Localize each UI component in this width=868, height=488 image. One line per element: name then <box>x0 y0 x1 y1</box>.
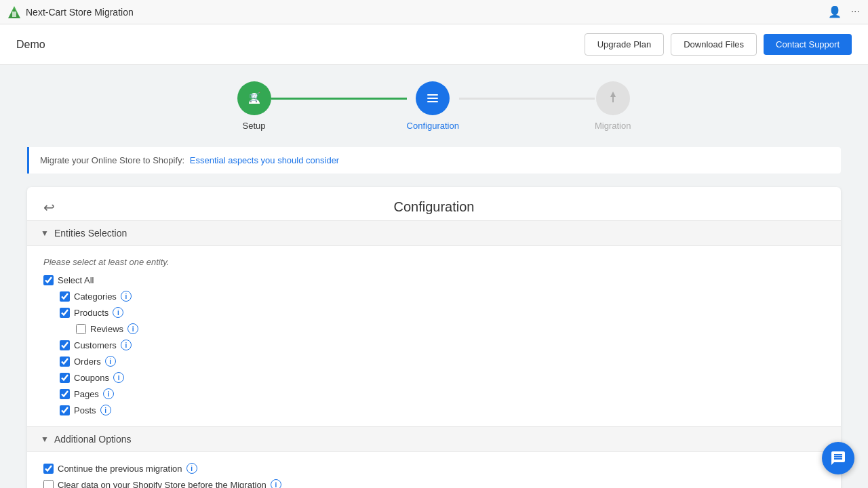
pages-info-icon[interactable]: i <box>103 388 114 399</box>
entities-chevron-icon: ▼ <box>41 228 49 238</box>
posts-info-icon[interactable]: i <box>100 405 111 415</box>
step-configuration-label: Configuration <box>407 121 459 131</box>
entities-hint: Please select at least one entity. <box>43 257 825 267</box>
clear-data-checkbox[interactable] <box>43 480 54 489</box>
contact-support-button[interactable]: Contact Support <box>764 34 852 55</box>
orders-checkbox[interactable] <box>60 357 70 367</box>
coupons-label[interactable]: Coupons <box>74 373 109 383</box>
customers-checkbox[interactable] <box>60 340 70 350</box>
option-clear-data: Clear data on your Shopify Store before … <box>43 479 825 488</box>
continue-migration-checkbox[interactable] <box>43 464 54 474</box>
more-options-icon[interactable]: ··· <box>851 5 860 18</box>
entity-categories: Categories i <box>43 291 825 302</box>
window-controls[interactable]: 👤 ··· <box>828 5 860 18</box>
customers-label[interactable]: Customers <box>74 340 117 350</box>
reviews-checkbox[interactable] <box>76 324 86 334</box>
main-content: 🛒 Setup Configuration <box>0 65 868 488</box>
posts-label[interactable]: Posts <box>74 405 96 415</box>
step-migration-label: Migration <box>595 121 631 131</box>
entity-coupons: Coupons i <box>43 372 825 383</box>
header-actions: Upgrade Plan Download Files Contact Supp… <box>585 33 852 56</box>
additional-checkbox-group: Continue the previous migration i Clear … <box>43 463 825 488</box>
select-all-checkbox[interactable] <box>43 275 54 285</box>
additional-chevron-icon: ▼ <box>41 434 49 444</box>
option-continue-migration: Continue the previous migration i <box>43 463 825 474</box>
entity-posts: Posts i <box>43 405 825 415</box>
clear-data-info-icon[interactable]: i <box>271 479 281 488</box>
demo-label: Demo <box>16 39 45 51</box>
chat-button[interactable] <box>822 442 854 474</box>
svg-rect-8 <box>427 101 438 102</box>
products-info-icon[interactable]: i <box>113 307 123 318</box>
step-configuration: Configuration <box>407 81 459 131</box>
back-button[interactable]: ↩ <box>41 197 58 218</box>
pages-label[interactable]: Pages <box>74 389 99 399</box>
svg-rect-7 <box>427 98 438 99</box>
continue-migration-label[interactable]: Continue the previous migration <box>58 464 182 474</box>
app-title: Next-Cart Store Migration <box>26 7 134 18</box>
entities-section-title: Entities Selection <box>54 228 127 239</box>
step-migration: Migration <box>595 81 631 131</box>
entities-checkbox-group: Select All Categories i Products i <box>43 275 825 415</box>
info-banner-text: Migrate your Online Store to Shopify: <box>40 155 184 165</box>
clear-data-label[interactable]: Clear data on your Shopify Store before … <box>58 480 267 489</box>
entity-reviews: Reviews i <box>43 323 825 334</box>
customers-info-icon[interactable]: i <box>121 340 132 350</box>
select-all-label[interactable]: Select All <box>58 275 94 285</box>
categories-label[interactable]: Categories <box>74 291 117 302</box>
app-icon <box>8 6 20 18</box>
svg-rect-2 <box>12 12 16 17</box>
entities-section-content: Please select at least one entity. Selec… <box>27 246 841 426</box>
entities-section-header[interactable]: ▼ Entities Selection <box>27 220 841 246</box>
orders-label[interactable]: Orders <box>74 357 101 367</box>
coupons-info-icon[interactable]: i <box>113 372 124 383</box>
config-title-row: ↩ Configuration <box>27 187 841 220</box>
step-connector-1 <box>271 98 407 100</box>
additional-section-title: Additional Options <box>54 434 132 445</box>
products-label[interactable]: Products <box>74 308 108 318</box>
header: Demo Upgrade Plan Download Files Contact… <box>0 24 868 65</box>
orders-info-icon[interactable]: i <box>105 356 116 367</box>
additional-section-content: Continue the previous migration i Clear … <box>27 452 841 488</box>
step-connector-2 <box>459 98 595 100</box>
step-migration-circle <box>596 81 630 115</box>
select-all-item: Select All <box>43 275 825 285</box>
continue-migration-info-icon[interactable]: i <box>186 463 197 474</box>
svg-rect-6 <box>427 94 438 96</box>
entity-pages: Pages i <box>43 388 825 399</box>
info-banner: Migrate your Online Store to Shopify: Es… <box>27 147 841 174</box>
svg-text:🛒: 🛒 <box>248 92 260 103</box>
entity-orders: Orders i <box>43 356 825 367</box>
upgrade-plan-button[interactable]: Upgrade Plan <box>585 33 665 56</box>
entity-products: Products i <box>43 307 825 318</box>
user-icon[interactable]: 👤 <box>828 5 842 18</box>
pages-checkbox[interactable] <box>60 389 70 399</box>
titlebar: Next-Cart Store Migration 👤 ··· <box>0 0 868 24</box>
reviews-label[interactable]: Reviews <box>90 324 123 334</box>
download-files-button[interactable]: Download Files <box>671 33 757 56</box>
categories-info-icon[interactable]: i <box>121 291 132 302</box>
additional-section-header[interactable]: ▼ Additional Options <box>27 426 841 452</box>
products-checkbox[interactable] <box>60 308 70 318</box>
info-banner-link[interactable]: Essential aspects you should consider <box>190 155 339 165</box>
entity-customers: Customers i <box>43 340 825 350</box>
step-setup: 🛒 Setup <box>237 81 271 131</box>
categories-checkbox[interactable] <box>60 291 70 302</box>
step-setup-circle: 🛒 <box>237 81 271 115</box>
config-card: ↩ Configuration ▼ Entities Selection Ple… <box>27 187 841 488</box>
step-setup-label: Setup <box>243 121 266 131</box>
reviews-info-icon[interactable]: i <box>127 323 138 334</box>
config-title: Configuration <box>394 199 475 215</box>
coupons-checkbox[interactable] <box>60 373 70 383</box>
step-configuration-circle <box>416 81 450 115</box>
stepper: 🛒 Setup Configuration <box>27 81 841 131</box>
posts-checkbox[interactable] <box>60 405 70 415</box>
